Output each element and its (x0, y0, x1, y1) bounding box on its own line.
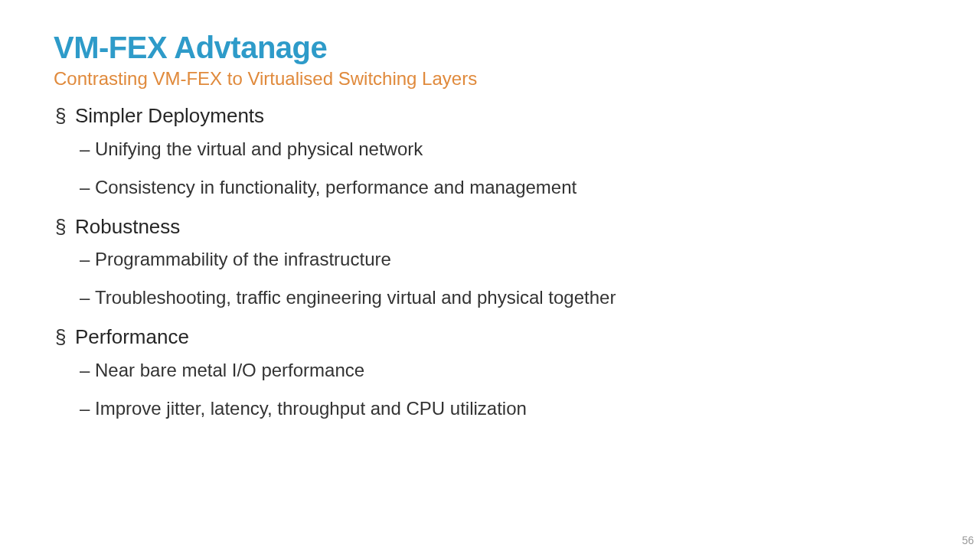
section-heading-3: Performance (54, 324, 926, 350)
slide-title: VM-FEX Advtanage (54, 31, 926, 65)
list-item: Consistency in functionality, performanc… (54, 176, 926, 199)
section-heading-2: Robustness (54, 214, 926, 240)
list-item: Troubleshooting, traffic engineering vir… (54, 286, 926, 309)
slide-subtitle: Contrasting VM-FEX to Virtualised Switch… (54, 68, 926, 90)
slide-content: Simpler Deployments Unifying the virtual… (54, 103, 926, 420)
list-item: Unifying the virtual and physical networ… (54, 138, 926, 161)
list-item: Near bare metal I/O performance (54, 359, 926, 382)
slide: VM-FEX Advtanage Contrasting VM-FEX to V… (0, 0, 980, 551)
section-heading-1: Simpler Deployments (54, 103, 926, 129)
list-item: Improve jitter, latency, throughput and … (54, 397, 926, 420)
list-item: Programmability of the infrastructure (54, 248, 926, 271)
page-number: 56 (962, 534, 974, 546)
